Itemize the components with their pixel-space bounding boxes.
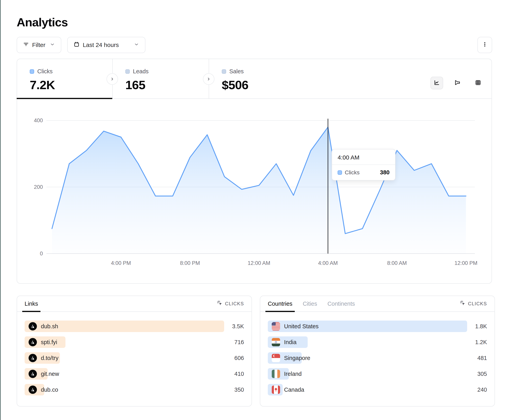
more-options-button[interactable]: [478, 37, 492, 53]
tab-links[interactable]: Links: [25, 296, 38, 311]
row-label: dub.sh: [41, 323, 58, 330]
expand-metrics-button[interactable]: [106, 73, 118, 85]
tab-clicks[interactable]: Clicks 7.2K: [17, 59, 112, 98]
bar-area: dub.co: [25, 384, 224, 395]
bar-area: Canada: [268, 384, 467, 395]
dub-logo-icon: [29, 322, 37, 330]
filter-button-label: Filter: [32, 42, 45, 48]
list-item[interactable]: d.to/try606: [25, 352, 244, 364]
tab-continents[interactable]: Continents: [328, 296, 355, 311]
row-label: United States: [284, 323, 319, 330]
row-label: Singapore: [284, 355, 310, 361]
expand-metrics-button[interactable]: [203, 73, 214, 85]
list-item[interactable]: dub.co350: [25, 384, 244, 395]
chart-tooltip: 4:00 AM Clicks 380: [332, 149, 396, 181]
row-value: 716: [224, 339, 244, 346]
row-value: 350: [224, 386, 244, 393]
flag-sg-icon: [272, 354, 280, 362]
countries-panel: Countries Cities Continents CLICKS Unite…: [260, 296, 495, 406]
tab-leads[interactable]: Leads 165: [112, 59, 209, 98]
list-item[interactable]: India1.2K: [268, 336, 487, 348]
row-content: dub.co: [29, 384, 58, 395]
row-value: 410: [224, 371, 244, 377]
tab-sales[interactable]: Sales $506: [209, 59, 492, 98]
analytics-card: Clicks 7.2K Leads 165 Sales $506: [17, 59, 492, 284]
dub-logo-icon: [29, 385, 37, 394]
countries-panel-header: Countries Cities Continents CLICKS: [260, 296, 494, 312]
row-content: Canada: [272, 384, 304, 395]
clicks-area-chart[interactable]: 02004004:00 PM8:00 PM12:00 AM4:00 AM8:00…: [17, 99, 492, 284]
metric-label: Clicks: [37, 68, 52, 75]
y-axis-tick-label: 0: [40, 251, 43, 257]
dub-logo-icon: [29, 370, 37, 378]
line-chart-icon: [433, 79, 440, 87]
flag-ca-icon: [272, 385, 280, 394]
row-content: India: [272, 336, 297, 348]
bar-area: git.new: [25, 368, 224, 380]
links-panel-header: Links CLICKS: [17, 296, 252, 312]
bar-area: d.to/try: [25, 352, 224, 364]
row-content: dub.sh: [29, 320, 58, 332]
row-content: spti.fyi: [29, 336, 57, 348]
y-axis-tick-label: 400: [34, 117, 43, 123]
x-axis-tick-label: 4:00 PM: [111, 260, 131, 266]
metric-label: Sales: [229, 68, 244, 75]
row-label: dub.co: [41, 386, 58, 393]
row-content: Singapore: [272, 352, 310, 364]
tab-countries[interactable]: Countries: [268, 296, 292, 311]
page-title: Analytics: [17, 15, 68, 29]
window-edge-accent: [0, 0, 0, 420]
row-label: git.new: [41, 371, 59, 377]
bar-area: spti.fyi: [25, 336, 224, 348]
bar-area: United States: [268, 320, 467, 332]
line-chart-view-button[interactable]: [430, 77, 443, 89]
clicks-legend-swatch: [338, 170, 342, 175]
sales-legend-swatch: [222, 69, 226, 74]
list-item[interactable]: dub.sh3.5K: [25, 320, 244, 332]
funnel-view-button[interactable]: [451, 77, 464, 89]
date-range-button[interactable]: Last 24 hours: [67, 37, 145, 53]
bar-area: Singapore: [268, 352, 467, 364]
row-label: Ireland: [284, 371, 302, 377]
tab-cities[interactable]: Cities: [303, 296, 317, 311]
clicks-column-header[interactable]: CLICKS: [460, 300, 487, 307]
list-item[interactable]: Ireland305: [268, 368, 487, 380]
list-item[interactable]: spti.fyi716: [25, 336, 244, 348]
bar-area: Ireland: [268, 368, 467, 380]
row-label: India: [284, 339, 297, 346]
list-item[interactable]: git.new410: [25, 368, 244, 380]
x-axis-tick-label: 8:00 PM: [180, 260, 200, 266]
row-value: 481: [467, 355, 487, 361]
cursor-click-icon: [217, 300, 223, 307]
x-axis-tick-label: 12:00 PM: [455, 260, 478, 266]
dub-logo-icon: [29, 354, 37, 362]
column-header-label: CLICKS: [225, 301, 244, 306]
links-list: dub.sh3.5Kspti.fyi716d.to/try606git.new4…: [17, 312, 252, 395]
table-view-button[interactable]: [472, 77, 484, 89]
calendar-icon: [74, 41, 80, 49]
metric-value: $506: [222, 78, 248, 92]
list-item[interactable]: United States1.8K: [268, 320, 487, 332]
row-value: 1.8K: [467, 323, 487, 330]
x-axis-tick-label: 4:00 AM: [318, 260, 338, 266]
kebab-menu-icon: [482, 41, 488, 49]
chevron-down-icon: [50, 42, 55, 48]
clicks-column-header[interactable]: CLICKS: [217, 300, 244, 307]
dub-logo-icon: [29, 338, 37, 346]
row-label: d.to/try: [41, 355, 59, 361]
tooltip-series-label: Clicks: [345, 169, 360, 176]
row-value: 606: [224, 355, 244, 361]
chevron-down-icon: [134, 42, 139, 48]
list-item[interactable]: Singapore481: [268, 352, 487, 364]
row-value: 305: [467, 371, 487, 377]
tooltip-value: 380: [380, 169, 389, 176]
row-content: United States: [272, 320, 319, 332]
area-fill: [52, 127, 466, 253]
flag-ie-icon: [272, 370, 280, 378]
tooltip-time-label: 4:00 AM: [332, 149, 395, 165]
links-panel: Links CLICKS dub.sh3.5Kspti.fyi716d.to/t…: [17, 296, 252, 406]
row-label: spti.fyi: [41, 339, 57, 346]
filter-button[interactable]: Filter: [17, 37, 61, 53]
row-value: 1.2K: [467, 339, 487, 346]
list-item[interactable]: Canada240: [268, 384, 487, 395]
